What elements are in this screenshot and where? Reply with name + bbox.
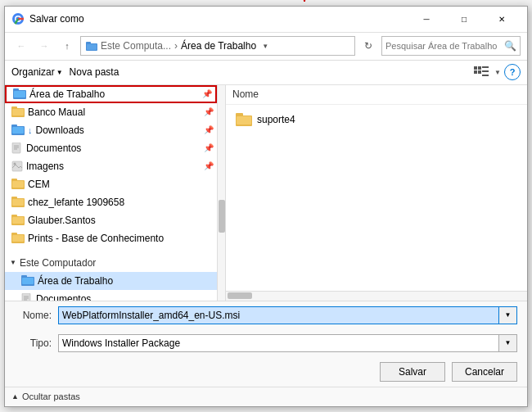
help-button[interactable]: ? bbox=[504, 64, 521, 80]
title-bar: Salvar como Salvar na Area de Trabalho ─… bbox=[5, 7, 527, 33]
filetype-dropdown-button[interactable]: ▼ bbox=[499, 334, 517, 352]
minimize-button[interactable]: ─ bbox=[408, 6, 445, 32]
hide-folders-label: Ocultar pastas bbox=[22, 392, 80, 401]
maximize-button[interactable]: □ bbox=[445, 6, 483, 32]
breadcrumb-dropdown-button[interactable]: ▼ bbox=[259, 36, 271, 56]
folder-icon-glauber bbox=[11, 215, 25, 225]
tree-item-documentos2[interactable]: Documentos bbox=[5, 290, 217, 301]
section-label-computer: Este Computador bbox=[20, 257, 96, 269]
search-bar: 🔍 bbox=[381, 36, 521, 56]
right-panel-header: Nome bbox=[226, 85, 527, 105]
title-bar-controls: ─ □ ✕ bbox=[408, 6, 521, 32]
save-dialog: Salvar como Salvar na Area de Trabalho ─… bbox=[4, 6, 528, 407]
tree-item-banco[interactable]: Banco Maual 📌 bbox=[5, 103, 217, 121]
pin-icon-1: 📌 bbox=[204, 107, 217, 116]
filetype-input[interactable] bbox=[58, 334, 499, 352]
view-options-button[interactable] bbox=[471, 63, 491, 81]
pin-icon-0: 📌 bbox=[202, 89, 215, 98]
up-button[interactable]: ↑ bbox=[57, 36, 77, 56]
tree-label-glauber: Glauber.Santos bbox=[28, 215, 96, 226]
svg-rect-18 bbox=[12, 109, 24, 115]
tree-label-chez: chez_lefante 1909658 bbox=[28, 197, 124, 208]
main-content: Área de Trabalho 📌 Banco Maual 📌 bbox=[5, 85, 527, 301]
cancel-button[interactable]: Cancelar bbox=[452, 362, 517, 382]
svg-rect-5 bbox=[87, 44, 97, 50]
tree-item-desktop-top[interactable]: Área de Trabalho 📌 bbox=[5, 85, 217, 103]
folder-icon-banco bbox=[11, 106, 25, 117]
organize-toolbar: Organizar ▼ Nova pasta ▼ ? bbox=[5, 61, 527, 85]
breadcrumb-separator: › bbox=[174, 40, 178, 52]
forward-button[interactable]: → bbox=[34, 36, 54, 56]
doc-icon-documentos bbox=[11, 143, 23, 154]
new-folder-button[interactable]: Nova pasta bbox=[70, 66, 119, 78]
folder-icon-suporte4 bbox=[236, 113, 252, 126]
pin-icon-2: 📌 bbox=[204, 125, 217, 134]
toolbar2-right: ▼ ? bbox=[471, 63, 521, 81]
tree-label-documentos2: Documentos bbox=[36, 293, 91, 301]
tree-label-cem: CEM bbox=[28, 179, 50, 190]
tree-item-prints[interactable]: Prints - Base de Conhecimento bbox=[5, 229, 217, 247]
organize-button[interactable]: Organizar ▼ bbox=[11, 66, 63, 78]
type-label: Tipo: bbox=[15, 337, 52, 349]
dialog-title: Salvar como bbox=[29, 13, 84, 25]
section-header-computer: ▼ Este Computador bbox=[5, 254, 217, 272]
svg-rect-10 bbox=[482, 66, 489, 68]
svg-rect-43 bbox=[22, 278, 34, 284]
doc-icon-documentos2 bbox=[21, 293, 33, 301]
breadcrumb-bar: Este Computa... › Área de Trabalho ▼ bbox=[80, 36, 355, 56]
back-button[interactable]: ← bbox=[11, 36, 31, 56]
svg-rect-15 bbox=[14, 91, 25, 97]
title-bar-left: Salvar como bbox=[11, 12, 84, 25]
view-dropdown-icon: ▼ bbox=[494, 69, 501, 76]
tree-label-desktop-selected: Área de Trabalho bbox=[38, 275, 113, 287]
svg-rect-34 bbox=[12, 199, 24, 206]
buttons-row: Salvar Cancelar bbox=[5, 357, 527, 387]
save-button[interactable]: Salvar bbox=[380, 362, 445, 382]
svg-rect-31 bbox=[12, 181, 24, 188]
folder-icon-downloads bbox=[11, 125, 25, 135]
filename-input-container: ▼ bbox=[58, 306, 517, 324]
right-header-name: Nome bbox=[232, 88, 259, 100]
bottom-section: Nome: ▼ Tipo: ▼ Salvar Cancelar bbox=[5, 301, 527, 387]
tree-item-documentos[interactable]: Documentos 📌 bbox=[5, 139, 217, 157]
right-panel: Nome suporte4 bbox=[226, 85, 527, 301]
tree-item-chez[interactable]: chez_lefante 1909658 bbox=[5, 193, 217, 211]
left-panel: Área de Trabalho 📌 Banco Maual 📌 bbox=[5, 85, 218, 301]
download-arrow-icon: ↓ bbox=[28, 125, 33, 135]
tree-label-desktop-top: Área de Trabalho bbox=[29, 88, 105, 100]
folder-icon-desktop-selected bbox=[21, 275, 34, 286]
section-expand-icon: ▼ bbox=[10, 259, 16, 266]
tree-item-glauber[interactable]: Glauber.Santos bbox=[5, 211, 217, 229]
hide-folders-button[interactable]: ▲ Ocultar pastas bbox=[11, 392, 80, 401]
svg-rect-12 bbox=[482, 75, 489, 76]
right-panel-hscrollbar[interactable] bbox=[226, 291, 527, 301]
breadcrumb-folder-icon bbox=[86, 42, 97, 51]
filename-input[interactable] bbox=[58, 306, 499, 324]
tree-item-desktop-selected[interactable]: Área de Trabalho bbox=[5, 272, 217, 290]
breadcrumb-part1: Este Computa... bbox=[101, 40, 171, 52]
svg-rect-21 bbox=[12, 127, 24, 134]
svg-rect-9 bbox=[478, 70, 481, 74]
search-input[interactable] bbox=[385, 41, 501, 51]
file-label-suporte4: suporte4 bbox=[257, 114, 295, 125]
tree-item-downloads[interactable]: ↓ Downloads 📌 bbox=[5, 121, 217, 139]
refresh-button[interactable]: ↻ bbox=[358, 36, 378, 56]
svg-rect-11 bbox=[482, 70, 489, 72]
svg-rect-7 bbox=[478, 66, 481, 70]
chevron-up-icon: ▲ bbox=[11, 392, 19, 401]
name-label: Nome: bbox=[15, 310, 52, 321]
filetype-row: Tipo: ▼ bbox=[5, 329, 527, 357]
tree-item-cem[interactable]: CEM bbox=[5, 175, 217, 193]
tree-label-prints: Prints - Base de Conhecimento bbox=[28, 233, 164, 244]
file-item-suporte4[interactable]: suporte4 bbox=[232, 111, 521, 128]
filename-row: Nome: ▼ bbox=[5, 301, 527, 329]
tree-label-imagens: Imagens bbox=[26, 161, 64, 172]
pin-icon-3: 📌 bbox=[204, 143, 217, 152]
filename-dropdown-button[interactable]: ▼ bbox=[499, 306, 517, 324]
left-panel-scrollbar[interactable] bbox=[218, 85, 226, 301]
close-button[interactable]: ✕ bbox=[483, 6, 521, 32]
tree-item-imagens[interactable]: Imagens 📌 bbox=[5, 157, 217, 175]
svg-rect-40 bbox=[12, 235, 24, 242]
filetype-input-container: ▼ bbox=[58, 334, 517, 352]
footer-bar: ▲ Ocultar pastas bbox=[5, 387, 527, 406]
